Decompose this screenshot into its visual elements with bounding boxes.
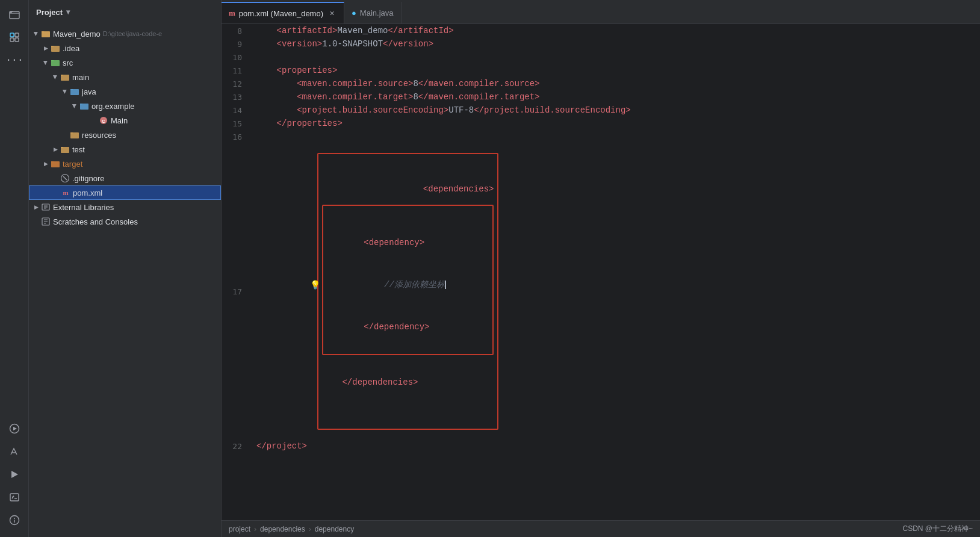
tree-item-test[interactable]: ▶ test <box>29 142 221 157</box>
folder-java-icon <box>70 87 79 96</box>
tree-label-gitignore: .gitignore <box>72 174 104 183</box>
tree-item-target[interactable]: ▶ target <box>29 157 221 171</box>
code-line-17: 17 <dependencies> <dependency> <box>222 143 980 439</box>
tree-item-java[interactable]: ▶ java <box>29 84 221 99</box>
tree-item-scratches[interactable]: Scratches and Consoles <box>29 214 221 229</box>
sidebar-header[interactable]: Project ▾ <box>29 0 221 24</box>
tree-item-resources[interactable]: resources <box>29 128 221 142</box>
sidebar-tree: ▶ Maven_demo D:\gitee\java-code-e ▶ .ide… <box>29 24 221 537</box>
folder-icon-idea <box>51 43 60 53</box>
code-line-12: 12 <maven.compiler.source>8</maven.compi… <box>222 77 980 90</box>
sidebar: Project ▾ ▶ Maven_demo D:\gitee\java-cod… <box>29 0 222 537</box>
line-content-8: <artifactId>Maven_demo</artifactId> <box>252 24 980 37</box>
tree-item-org-example[interactable]: ▶ org.example <box>29 99 221 113</box>
tree-item-main-class[interactable]: C Main <box>29 113 221 128</box>
breadcrumb-sep-2: › <box>309 525 311 533</box>
folder-project-icon <box>41 29 51 39</box>
tree-item-external-libs[interactable]: ▶ External Libraries <box>29 200 221 214</box>
tree-item-gitignore[interactable]: .gitignore <box>29 171 221 185</box>
project-title-container[interactable]: Project ▾ <box>36 8 70 17</box>
line-num-13: 13 <box>222 90 252 104</box>
svg-rect-4 <box>15 38 19 42</box>
tree-item-main[interactable]: ▶ main <box>29 70 221 84</box>
tree-item-maven-demo[interactable]: ▶ Maven_demo D:\gitee\java-code-e <box>29 26 221 41</box>
pom-tab-label: pom.xml (Maven_demo) <box>239 9 323 18</box>
line-content-16 <box>252 130 980 143</box>
line-num-9: 9 <box>222 37 252 51</box>
code-editor[interactable]: 8 <artifactId>Maven_demo</artifactId> 9 … <box>222 24 980 453</box>
project-label: Project <box>36 8 63 17</box>
line-num-15: 15 <box>222 117 252 130</box>
line-content-12: <maven.compiler.source>8</maven.compiler… <box>252 77 980 90</box>
java-tab-icon: ● <box>352 8 356 17</box>
ext-lib-icon <box>41 202 51 212</box>
toolbar-play-icon[interactable] <box>5 465 24 484</box>
tree-item-pom-xml[interactable]: m pom.xml <box>29 185 221 200</box>
svg-point-12 <box>14 518 15 519</box>
line-content-9: <version>1.0-SNAPSHOT</version> <box>252 37 980 51</box>
line-num-14: 14 <box>222 104 252 117</box>
tree-arrow-java: ▶ <box>60 87 70 96</box>
gitignore-icon <box>60 173 70 183</box>
code-line-8: 8 <artifactId>Maven_demo</artifactId> <box>222 24 980 37</box>
toolbar-build-icon[interactable] <box>5 442 24 461</box>
tree-item-idea[interactable]: ▶ .idea <box>29 41 221 55</box>
code-line-11: 11 <properties> <box>222 64 980 77</box>
toolbar-terminal-icon[interactable] <box>5 488 24 507</box>
status-bar: project › dependencies › dependency CSDN… <box>222 520 980 537</box>
lightbulb-icon[interactable]: 💡 <box>310 280 320 290</box>
folder-org-icon <box>79 101 89 111</box>
line-num-11: 11 <box>222 64 252 77</box>
svg-rect-3 <box>10 38 14 42</box>
tree-label-main: main <box>72 73 89 82</box>
code-line-22: 22 </project> <box>222 439 980 453</box>
tree-label-external-libs: External Libraries <box>53 203 114 212</box>
tree-label-test: test <box>72 145 85 154</box>
line-content-13: <maven.compiler.target>8</maven.compiler… <box>252 90 980 104</box>
code-line-14: 14 <project.build.sourceEncoding>UTF-8</… <box>222 104 980 117</box>
code-line-10: 10 <box>222 51 980 64</box>
tree-arrow-idea: ▶ <box>41 43 51 53</box>
pom-tab-close[interactable]: ✕ <box>327 8 336 18</box>
tree-label-maven-demo: Maven_demo <box>53 29 101 39</box>
tab-pom-xml[interactable]: m pom.xml (Maven_demo) ✕ <box>222 2 344 23</box>
breadcrumb-dependency: dependency <box>315 525 354 533</box>
svg-marker-6 <box>13 427 17 430</box>
toolbar-info-icon[interactable] <box>5 511 24 530</box>
toolbar-more-icon[interactable]: ··· <box>5 51 24 70</box>
line-num-22: 22 <box>222 439 252 453</box>
folder-target-icon <box>51 159 60 169</box>
breadcrumb-sep-1: › <box>254 525 256 533</box>
pom-tab-icon: m <box>229 8 235 18</box>
breadcrumb-project: project <box>229 525 250 533</box>
svg-marker-8 <box>11 471 18 478</box>
line-num-12: 12 <box>222 77 252 90</box>
code-line-13: 13 <maven.compiler.target>8</maven.compi… <box>222 90 980 104</box>
breadcrumb-dependencies: dependencies <box>260 525 305 533</box>
chevron-down-icon: ▾ <box>66 8 70 16</box>
tree-item-src[interactable]: ▶ src <box>29 55 221 70</box>
tree-arrow-target: ▶ <box>41 159 51 169</box>
left-toolbar: ··· <box>0 0 29 537</box>
folder-resources-icon <box>70 130 79 140</box>
folder-main-icon <box>60 72 70 82</box>
tab-main-java[interactable]: ● Main.java <box>344 2 402 23</box>
folder-test-icon <box>60 144 70 154</box>
tree-arrow-test: ▶ <box>51 144 60 154</box>
tree-arrow-ext-libs: ▶ <box>31 202 41 212</box>
code-lines: 8 <artifactId>Maven_demo</artifactId> 9 … <box>222 24 980 453</box>
toolbar-run-icon[interactable] <box>5 419 24 438</box>
line-num-8: 8 <box>222 24 252 37</box>
line-content-11: <properties> <box>252 64 980 77</box>
code-line-9: 9 <version>1.0-SNAPSHOT</version> <box>222 37 980 51</box>
tree-label-target: target <box>63 160 82 169</box>
toolbar-folder-icon[interactable] <box>5 5 24 24</box>
folder-src-icon <box>51 58 60 67</box>
tree-label-resources: resources <box>82 131 116 140</box>
toolbar-project-icon[interactable] <box>5 28 24 47</box>
tree-arrow-org-example: ▶ <box>70 101 79 111</box>
tree-label-org-example: org.example <box>91 102 135 111</box>
pom-xml-icon: m <box>61 188 70 197</box>
tab-bar: m pom.xml (Maven_demo) ✕ ● Main.java <box>222 0 980 24</box>
java-class-icon: C <box>99 116 108 125</box>
